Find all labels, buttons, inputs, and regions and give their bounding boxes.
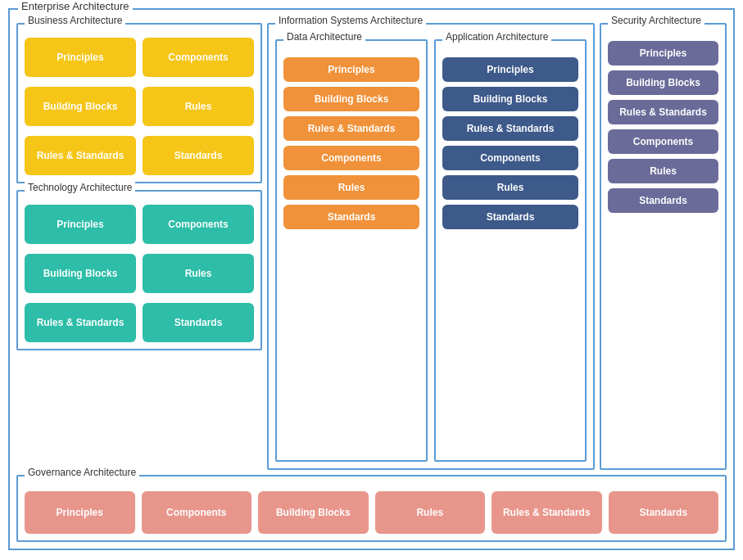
gov-rules-standards-tile[interactable]: Rules & Standards (492, 491, 602, 534)
security-architecture: Security Architecture Principles Buildin… (600, 23, 727, 470)
tech-standards-tile[interactable]: Standards (143, 303, 254, 342)
business-components-tile[interactable]: Components (143, 38, 254, 77)
data-arch-label: Data Architecture (283, 31, 365, 43)
technology-label: Technology Architecture (25, 182, 135, 193)
app-arch-label: Application Architecture (442, 31, 551, 43)
app-standards-tile[interactable]: Standards (442, 205, 578, 229)
security-standards-tile[interactable]: Standards (608, 188, 718, 213)
business-label: Business Architecture (25, 15, 125, 26)
gov-building-blocks-tile[interactable]: Building Blocks (258, 491, 369, 534)
data-rules-tile[interactable]: Rules (283, 175, 419, 200)
data-standards-tile[interactable]: Standards (283, 205, 419, 229)
tech-building-blocks-tile[interactable]: Building Blocks (25, 254, 136, 293)
info-systems-architecture: Information Systems Architecture Data Ar… (267, 23, 595, 470)
security-principles-tile[interactable]: Principles (608, 41, 718, 65)
tech-rules-standards-tile[interactable]: Rules & Standards (25, 303, 136, 342)
gov-standards-tile[interactable]: Standards (609, 491, 719, 534)
gov-components-tile[interactable]: Components (142, 491, 252, 534)
info-systems-label: Information Systems Architecture (275, 15, 426, 26)
app-principles-tile[interactable]: Principles (442, 57, 578, 82)
gov-principles-tile[interactable]: Principles (25, 491, 135, 534)
business-rules-standards-tile[interactable]: Rules & Standards (25, 136, 136, 175)
app-building-blocks-tile[interactable]: Building Blocks (442, 87, 578, 111)
enterprise-label: Enterprise Architecture (18, 0, 133, 12)
business-principles-tile[interactable]: Principles (25, 38, 136, 77)
security-rules-standards-tile[interactable]: Rules & Standards (608, 100, 718, 124)
business-rules-tile[interactable]: Rules (143, 87, 254, 126)
security-label: Security Architecture (608, 15, 704, 26)
app-rules-tile[interactable]: Rules (442, 175, 578, 200)
data-architecture: Data Architecture Principles Building Bl… (275, 39, 428, 462)
technology-architecture: Technology Architecture Principles Compo… (16, 190, 262, 350)
governance-architecture: Governance Architecture Principles Compo… (16, 475, 727, 542)
tech-principles-tile[interactable]: Principles (25, 205, 136, 244)
enterprise-architecture: Enterprise Architecture Business Archite… (8, 8, 735, 550)
data-building-blocks-tile[interactable]: Building Blocks (283, 87, 419, 111)
business-building-blocks-tile[interactable]: Building Blocks (25, 87, 136, 126)
security-components-tile[interactable]: Components (608, 129, 718, 154)
security-rules-tile[interactable]: Rules (608, 159, 718, 183)
application-architecture: Application Architecture Principles Buil… (434, 39, 587, 462)
data-components-tile[interactable]: Components (283, 146, 419, 170)
data-principles-tile[interactable]: Principles (283, 57, 419, 82)
data-rules-standards-tile[interactable]: Rules & Standards (283, 116, 419, 141)
business-architecture: Business Architecture Principles Compone… (16, 23, 262, 183)
tech-components-tile[interactable]: Components (143, 205, 254, 244)
governance-label: Governance Architecture (25, 467, 139, 478)
app-components-tile[interactable]: Components (442, 146, 578, 170)
gov-rules-tile[interactable]: Rules (375, 491, 486, 534)
security-building-blocks-tile[interactable]: Building Blocks (608, 70, 718, 95)
business-standards-tile[interactable]: Standards (143, 136, 254, 175)
tech-rules-tile[interactable]: Rules (143, 254, 254, 293)
app-rules-standards-tile[interactable]: Rules & Standards (442, 116, 578, 141)
